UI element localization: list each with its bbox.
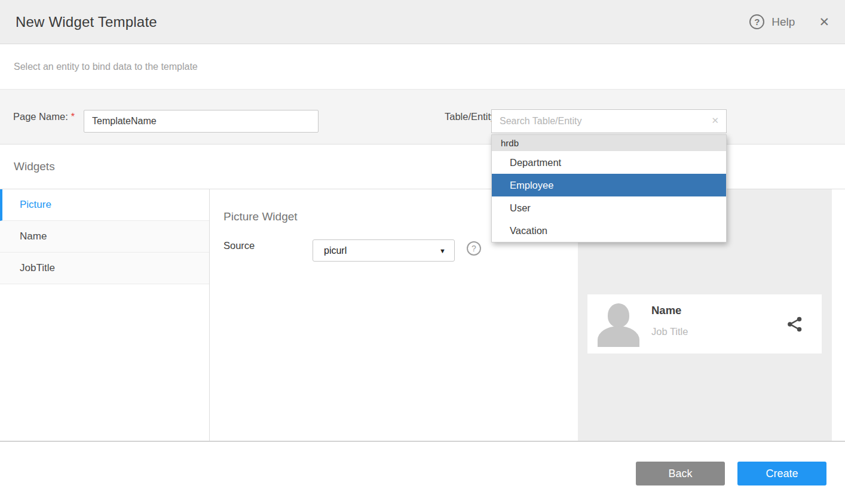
page-name-input[interactable] bbox=[84, 110, 319, 133]
widgets-heading: Widgets bbox=[14, 160, 55, 173]
preview-name-text: Name bbox=[651, 304, 681, 317]
entity-dropdown: hrdb Department Employee User Vacation bbox=[491, 134, 727, 242]
dropdown-item-department[interactable]: Department bbox=[492, 151, 726, 174]
sidebar-item-jobtitle[interactable]: JobTitle bbox=[0, 253, 209, 284]
table-entity-search-input[interactable] bbox=[491, 109, 727, 133]
source-select-value: picurl bbox=[324, 245, 439, 256]
table-entity-search: ✕ bbox=[491, 109, 727, 133]
share-icon bbox=[786, 315, 804, 333]
source-select[interactable]: picurl ▼ bbox=[313, 239, 455, 262]
preview-jobtitle-text: Job Title bbox=[651, 326, 688, 337]
chevron-down-icon: ▼ bbox=[439, 247, 446, 254]
sidebar-item-picture[interactable]: Picture bbox=[0, 189, 209, 221]
dropdown-item-employee[interactable]: Employee bbox=[492, 174, 726, 196]
sidebar-item-name[interactable]: Name bbox=[0, 221, 209, 253]
back-button[interactable]: Back bbox=[636, 462, 725, 485]
help-icon[interactable]: ? bbox=[749, 14, 764, 29]
header-actions: ? Help ✕ bbox=[749, 14, 829, 29]
subtitle-text: Select an entity to bind data to the tem… bbox=[14, 62, 198, 72]
source-help-icon[interactable]: ? bbox=[467, 241, 481, 256]
dropdown-item-vacation[interactable]: Vacation bbox=[492, 219, 726, 242]
required-asterisk: * bbox=[71, 112, 75, 122]
page-name-label: Page Name: * bbox=[13, 90, 75, 144]
source-label: Source bbox=[224, 240, 255, 251]
person-avatar-icon bbox=[598, 301, 639, 347]
clear-search-icon[interactable]: ✕ bbox=[711, 115, 719, 126]
subtitle-row: Select an entity to bind data to the tem… bbox=[0, 44, 845, 90]
dropdown-item-user[interactable]: User bbox=[492, 196, 726, 219]
preview-card: Name Job Title bbox=[587, 294, 822, 354]
dialog-footer: Back Create bbox=[0, 442, 845, 504]
help-button[interactable]: Help bbox=[771, 16, 795, 29]
new-widget-template-dialog: New Widget Template ? Help ✕ Select an e… bbox=[0, 0, 845, 504]
widgets-sidebar: Picture Name JobTitle bbox=[0, 189, 210, 441]
panel-title: Picture Widget bbox=[224, 210, 298, 223]
create-button[interactable]: Create bbox=[737, 462, 826, 485]
page-title: New Widget Template bbox=[16, 14, 157, 30]
close-icon[interactable]: ✕ bbox=[819, 15, 829, 29]
dialog-header: New Widget Template ? Help ✕ bbox=[0, 0, 845, 44]
dropdown-group-header: hrdb bbox=[492, 135, 726, 151]
